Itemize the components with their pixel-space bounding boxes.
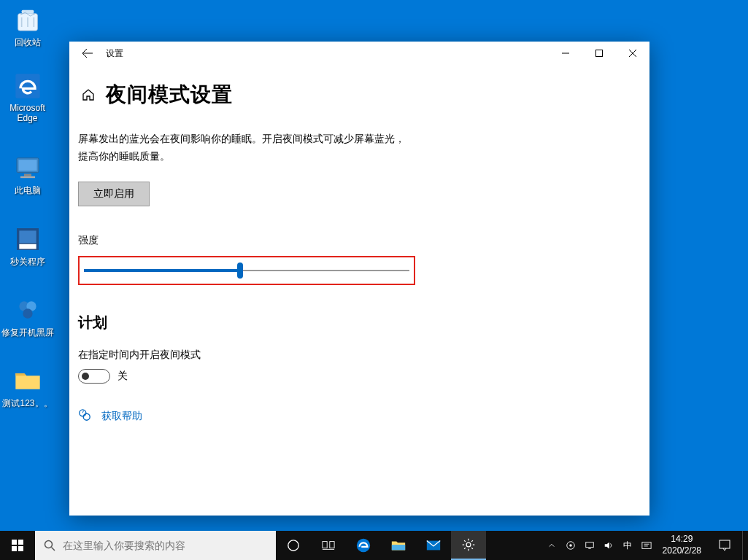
desktop-icon-label: 此电脑 [15, 184, 41, 197]
schedule-section-title: 计划 [78, 313, 641, 332]
close-button[interactable] [616, 42, 649, 65]
ime-lang[interactable]: 中 [619, 540, 636, 552]
repair-icon [12, 295, 43, 325]
intensity-slider[interactable] [84, 263, 409, 278]
svg-point-15 [83, 413, 90, 420]
desktop-icon-label: 修复开机黑屏 [1, 327, 54, 339]
folder-icon [390, 537, 406, 553]
taskbar-clock[interactable]: 14:29 2020/2/28 [657, 534, 707, 556]
minimize-icon [562, 50, 569, 57]
chevron-up-icon [548, 542, 555, 549]
page-header: 夜间模式设置 [78, 81, 641, 109]
intensity-slider-highlight [78, 256, 415, 285]
settings-window: 设置 夜间模式设置 屏幕发出的蓝光会在夜间影响你的睡眠。开启夜间模式可减少屏幕蓝… [69, 42, 649, 516]
svg-rect-31 [641, 542, 650, 549]
svg-rect-8 [19, 230, 36, 243]
network-icon [585, 540, 595, 551]
svg-rect-18 [12, 546, 17, 551]
svg-point-21 [288, 540, 298, 551]
svg-rect-6 [20, 176, 35, 179]
desktop-icon-shutdown[interactable]: 秒关程序 [0, 221, 55, 276]
help-row: 获取帮助 [78, 408, 641, 424]
edge-icon [355, 537, 371, 553]
get-help-link[interactable]: 获取帮助 [101, 410, 142, 423]
taskbar-settings[interactable] [451, 531, 486, 560]
desktop-icon-recycle-bin[interactable]: 回收站 [0, 1, 55, 56]
location-icon [566, 540, 576, 551]
task-view-button[interactable] [311, 531, 346, 560]
desktop-icon-label: Microsoft Edge [0, 103, 55, 123]
svg-rect-16 [12, 540, 17, 545]
search-box[interactable] [35, 531, 276, 560]
svg-point-27 [466, 542, 471, 547]
intensity-label: 强度 [78, 234, 641, 247]
task-icons [276, 531, 486, 560]
help-icon [78, 408, 91, 424]
tray-location[interactable] [562, 531, 579, 560]
desktop-icon-label: 秒关程序 [10, 256, 45, 268]
schedule-toggle[interactable] [78, 369, 110, 384]
tray-network[interactable] [581, 531, 598, 560]
clock-date: 2020/2/28 [663, 545, 701, 557]
taskbar-explorer[interactable] [381, 531, 416, 560]
desktop-icon-repair[interactable]: 修复开机黑屏 [0, 292, 55, 346]
minimize-button[interactable] [549, 42, 582, 65]
shutdown-icon [12, 224, 43, 254]
svg-rect-23 [330, 542, 334, 548]
tray-volume[interactable] [600, 531, 617, 560]
ime-mode[interactable] [638, 531, 655, 560]
svg-rect-13 [596, 50, 603, 57]
ime-icon [641, 540, 652, 551]
maximize-button[interactable] [582, 42, 616, 65]
this-pc-icon [12, 152, 43, 183]
gear-icon [461, 537, 476, 552]
svg-rect-2 [15, 74, 39, 98]
show-desktop-button[interactable] [742, 531, 747, 560]
svg-point-24 [357, 539, 370, 552]
cortana-icon [287, 539, 300, 552]
recycle-bin-icon [12, 4, 43, 35]
toggle-knob [82, 373, 89, 380]
svg-rect-19 [18, 546, 23, 551]
svg-rect-17 [18, 540, 23, 545]
desktop-icon-label: 回收站 [15, 36, 41, 49]
close-icon [629, 50, 636, 57]
action-center-button[interactable] [709, 531, 741, 560]
desktop-icon-label: 测试123。。 [2, 397, 52, 410]
back-button[interactable] [73, 42, 102, 65]
desktop-icon-folder[interactable]: 测试123。。 [0, 362, 55, 417]
start-button[interactable] [0, 531, 35, 560]
svg-rect-25 [392, 545, 405, 550]
taskbar-mail[interactable] [416, 531, 451, 560]
notification-icon [718, 539, 731, 552]
maximize-icon [595, 50, 603, 57]
svg-rect-32 [720, 540, 730, 548]
edge-icon [12, 71, 43, 101]
window-title: 设置 [106, 47, 123, 60]
tray-overflow[interactable] [543, 531, 560, 560]
apply-now-button[interactable]: 立即启用 [78, 182, 150, 206]
volume-icon [604, 540, 614, 551]
svg-rect-9 [19, 244, 36, 249]
taskbar: 中 14:29 2020/2/28 [0, 531, 748, 560]
window-controls [549, 42, 649, 65]
search-icon [44, 540, 55, 551]
schedule-description: 在指定时间内开启夜间模式 [78, 349, 641, 362]
titlebar: 设置 [69, 42, 649, 65]
desktop-icon-this-pc[interactable]: 此电脑 [0, 149, 55, 204]
svg-rect-22 [323, 542, 327, 548]
search-input[interactable] [63, 540, 267, 551]
task-view-icon [322, 539, 335, 552]
taskbar-edge[interactable] [346, 531, 381, 560]
home-button[interactable] [78, 88, 99, 102]
desktop-icon-edge[interactable]: Microsoft Edge [0, 68, 55, 141]
back-arrow-icon [82, 47, 93, 59]
windows-icon [12, 540, 23, 551]
slider-thumb[interactable] [237, 262, 243, 279]
clock-time: 14:29 [663, 534, 701, 545]
svg-rect-30 [585, 542, 593, 548]
night-light-description: 屏幕发出的蓝光会在夜间影响你的睡眠。开启夜间模式可减少屏幕蓝光，提高你的睡眠质量… [78, 131, 414, 166]
slider-track-fill [84, 269, 240, 272]
cortana-button[interactable] [276, 531, 311, 560]
home-icon [81, 88, 96, 102]
